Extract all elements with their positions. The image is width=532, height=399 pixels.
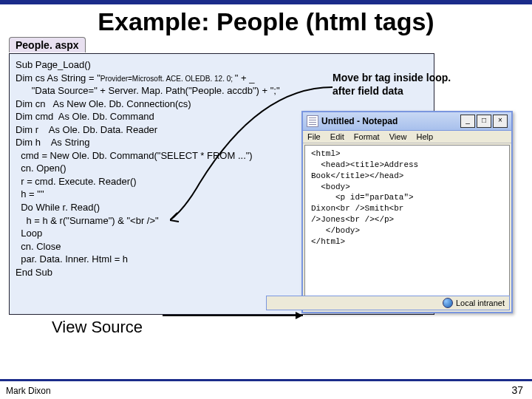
minimize-button[interactable]: _ [460, 115, 475, 128]
status-text: Local intranet [456, 299, 505, 307]
page-number: 37 [511, 384, 523, 396]
menu-file[interactable]: File [307, 132, 321, 141]
code-l2a: Dim cs As String = " [16, 72, 100, 83]
notepad-icon [307, 115, 318, 127]
close-button[interactable]: × [493, 115, 508, 128]
top-rule [0, 0, 532, 4]
author-name: Mark Dixon [6, 386, 51, 396]
code-l9: cn. Open() [16, 163, 66, 174]
code-l14: Loop [16, 228, 42, 239]
annotation-line1: Move br tag inside loop. [332, 72, 451, 83]
annotation-line2: after field data [332, 85, 403, 97]
code-l11: h = "" [16, 188, 44, 200]
view-source-arrow [163, 310, 310, 321]
maximize-button[interactable]: □ [477, 115, 491, 128]
notepad-title-text: Untitled - Notepad [321, 116, 398, 126]
code-l4: Dim cn As New Ole. Db. Connection(cs) [16, 98, 191, 109]
notepad-text-area[interactable]: <html> <head><title>Address Book</title>… [304, 145, 510, 304]
code-l16: par. Data. Inner. Html = h [16, 253, 128, 265]
code-l7: Dim h As String [16, 137, 89, 148]
code-l12: Do While r. Read() [16, 202, 100, 213]
code-l1: Sub Page_Load() [16, 59, 91, 70]
menu-view[interactable]: View [389, 132, 407, 141]
file-tab-label: People. aspx [9, 37, 86, 52]
code-l13: h = h & r("Surname") & "<br />" [16, 215, 159, 226]
browser-status-bar: Local intranet [266, 296, 510, 310]
menu-edit[interactable]: Edit [330, 132, 344, 141]
slide-title: Example: People (html tags) [0, 7, 532, 36]
code-l10: r = cmd. Execute. Reader() [16, 176, 137, 187]
code-l6: Dim r As Ole. Db. Data. Reader [16, 124, 157, 135]
menu-help[interactable]: Help [416, 132, 433, 141]
menu-format[interactable]: Format [354, 132, 380, 141]
globe-icon [443, 298, 453, 308]
code-l17: End Sub [16, 267, 52, 278]
annotation-callout: Move br tag inside loop. after field dat… [332, 71, 502, 98]
view-source-label: View Source [52, 318, 143, 337]
code-l15: cn. Close [16, 241, 61, 252]
notepad-titlebar[interactable]: Untitled - Notepad _ □ × [303, 112, 511, 131]
notepad-window[interactable]: Untitled - Notepad _ □ × File Edit Forma… [301, 111, 513, 313]
code-l5: Dim cmd As Ole. Db. Command [16, 111, 154, 122]
notepad-menubar[interactable]: File Edit Format View Help [303, 131, 511, 143]
footer-rule [0, 379, 532, 381]
